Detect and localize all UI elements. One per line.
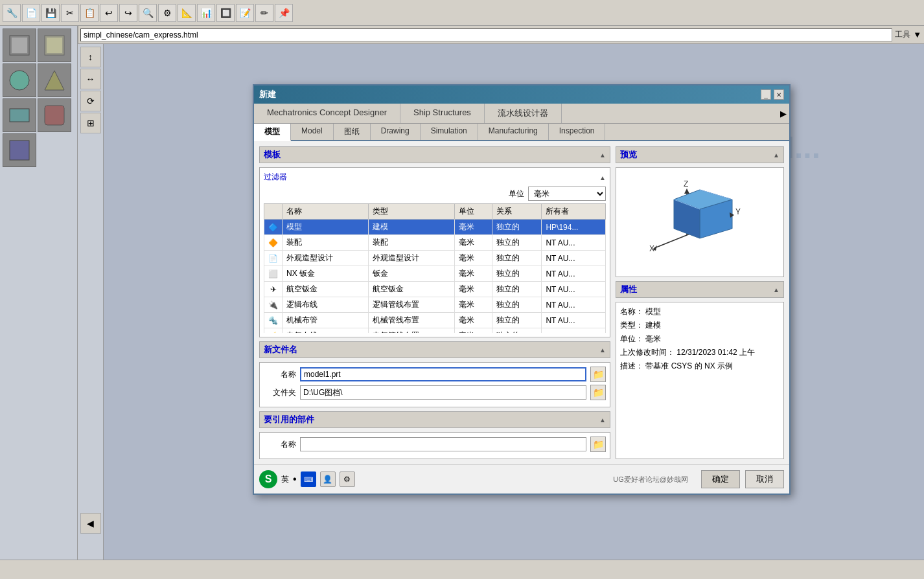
toolbar-btn-12[interactable]: 🔲	[216, 4, 235, 22]
preview-toggle[interactable]	[773, 150, 780, 159]
tab-inspection[interactable]: Inspection	[549, 124, 606, 140]
toolbar-btn-10[interactable]: 📐	[178, 4, 196, 22]
preview-image: Z Y X	[635, 170, 765, 274]
preview-title: 预览	[620, 149, 637, 161]
toolbar-btn-9[interactable]: ⚙	[158, 4, 176, 22]
tab-ship-structures[interactable]: Ship Structures	[400, 104, 485, 123]
tool-collapse[interactable]: ◀	[80, 513, 101, 534]
filter-row: 单位 毫米	[264, 187, 606, 201]
toolbar-btn-11[interactable]: 📊	[197, 4, 215, 22]
row-type: 钣金	[368, 266, 454, 282]
footer-user-icon[interactable]: 👤	[320, 471, 336, 487]
tab-model-cn[interactable]: 模型	[254, 124, 291, 141]
thumbnail-4[interactable]	[38, 63, 71, 97]
tab-pipeline[interactable]: 流水线设计器	[485, 104, 562, 123]
table-row[interactable]: 🔶 装配 装配 毫米 独立的 NT AU...	[264, 235, 606, 251]
folder-browse-btn[interactable]: 📁	[590, 385, 606, 400]
col-header-type: 类型	[368, 204, 454, 220]
svg-point-4	[10, 71, 29, 90]
template-table: 名称 类型 单位 关系 所有者 🔷 模型 建模 毫米 独立的 HP\194...	[264, 203, 606, 333]
tool-2[interactable]: ↔	[80, 69, 101, 89]
thumbnail-2[interactable]	[38, 28, 71, 62]
row-icon: ✈	[264, 282, 283, 297]
row-icon: ⬜	[264, 266, 283, 282]
row-relation: 独立的	[492, 251, 542, 266]
svg-rect-1	[12, 38, 27, 53]
prop-desc-label: 描述：	[620, 361, 643, 370]
filter-toggle[interactable]	[599, 172, 606, 182]
row-icon: ⚡	[264, 328, 283, 334]
cancel-button[interactable]: 取消	[745, 470, 784, 488]
tab-drawing-en[interactable]: Drawing	[371, 124, 421, 140]
tab-manufacturing[interactable]: Manufacturing	[478, 124, 549, 140]
row-type: 航空钣金	[368, 282, 454, 297]
confirm-button[interactable]: 确定	[701, 470, 740, 488]
toolbar-btn-3[interactable]: 💾	[41, 4, 60, 22]
url-input[interactable]	[80, 28, 892, 41]
row-name: 模型	[283, 220, 369, 235]
row-unit: 毫米	[454, 235, 492, 251]
table-row[interactable]: ⚡ 电气布线 电气管线布置 毫米 独立的 NT AU...	[264, 328, 606, 334]
row-relation: 独立的	[492, 282, 542, 297]
preview-section-header: 预览	[616, 146, 784, 163]
table-row[interactable]: 🔷 模型 建模 毫米 独立的 HP\194...	[264, 220, 606, 235]
new-file-form: 名称 📁 文件夹 📁	[259, 362, 610, 407]
thumbnail-6[interactable]	[38, 98, 71, 132]
toolbar-btn-8[interactable]: 🔍	[139, 4, 157, 22]
toolbar-btn-4[interactable]: ✂	[61, 4, 79, 22]
col-header-name: 名称	[283, 204, 369, 220]
thumbnail-1[interactable]	[3, 28, 36, 62]
templates-toggle[interactable]	[599, 150, 606, 159]
toolbar-btn-15[interactable]: 📌	[275, 4, 293, 22]
tools-dropdown-icon[interactable]: ▼	[913, 30, 921, 40]
tab-model-en[interactable]: Model	[291, 124, 334, 140]
table-row[interactable]: 🔌 逻辑布线 逻辑管线布置 毫米 独立的 NT AU...	[264, 297, 606, 313]
tab-mechatronics[interactable]: Mechatronics Concept Designer	[254, 104, 400, 123]
dialog-minimize-btn[interactable]: _	[761, 89, 771, 100]
toolbar-btn-6[interactable]: ↩	[100, 4, 118, 22]
footer-settings-icon[interactable]: ⚙	[340, 471, 355, 487]
table-row[interactable]: ✈ 航空钣金 航空钣金 毫米 独立的 NT AU...	[264, 282, 606, 297]
tab-drawing-cn[interactable]: 图纸	[334, 124, 371, 140]
row-type: 逻辑管线布置	[368, 297, 454, 313]
tool-1[interactable]: ↕	[80, 47, 101, 67]
thumbnail-3[interactable]	[3, 63, 36, 97]
table-row[interactable]: 📄 外观造型设计 外观造型设计 毫米 独立的 NT AU...	[264, 251, 606, 266]
toolbar-btn-1[interactable]: 🔧	[3, 4, 21, 22]
ref-toggle[interactable]	[599, 415, 606, 424]
table-row[interactable]: ⬜ NX 钣金 钣金 毫米 独立的 NT AU...	[264, 266, 606, 282]
siemens-logo[interactable]: S	[259, 470, 277, 488]
toolbar-btn-2[interactable]: 📄	[22, 4, 40, 22]
footer-mic-icon[interactable]: •	[293, 473, 297, 485]
thumbnail-7[interactable]	[3, 133, 36, 167]
file-name-label: 名称	[264, 369, 296, 380]
new-file-toggle[interactable]	[599, 345, 606, 354]
ref-browse-btn[interactable]: 📁	[590, 437, 606, 452]
toolbar-btn-7[interactable]: ↪	[119, 4, 137, 22]
toolbar-btn-13[interactable]: 📝	[236, 4, 254, 22]
ref-name-input[interactable]	[300, 437, 586, 451]
tool-4[interactable]: ⊞	[80, 113, 101, 133]
tool-3[interactable]: ⟳	[80, 91, 101, 111]
svg-rect-6	[10, 109, 29, 122]
folder-input[interactable]	[300, 385, 586, 400]
footer-keyboard-icon[interactable]: ⌨	[301, 471, 316, 487]
thumbnail-list	[0, 26, 77, 170]
tab-row-scroll-right[interactable]: ▶	[780, 104, 789, 123]
prop-type-value: 建模	[645, 321, 661, 330]
status-bar	[0, 560, 924, 579]
toolbar-btn-5[interactable]: 📋	[80, 4, 98, 22]
file-name-input[interactable]	[300, 367, 586, 381]
dialog-footer: S 英 • ⌨ 👤 ⚙ UG爱好者论坛@妙哉网 确定 取消	[254, 464, 789, 494]
dialog-close-btn[interactable]: ✕	[774, 89, 784, 100]
unit-filter-select[interactable]: 毫米	[528, 187, 606, 201]
table-row[interactable]: 🔩 机械布管 机械管线布置 毫米 独立的 NT AU...	[264, 313, 606, 328]
tab-simulation[interactable]: Simulation	[421, 124, 478, 140]
col-header-owner: 所有者	[542, 204, 606, 220]
template-table-scroll[interactable]: 名称 类型 单位 关系 所有者 🔷 模型 建模 毫米 独立的 HP\194...	[264, 203, 606, 333]
file-browse-btn[interactable]: 📁	[590, 367, 606, 382]
properties-toggle[interactable]	[773, 285, 780, 294]
thumbnail-5[interactable]	[3, 98, 36, 132]
row-name: 航空钣金	[283, 282, 369, 297]
toolbar-btn-14[interactable]: ✏	[255, 4, 273, 22]
